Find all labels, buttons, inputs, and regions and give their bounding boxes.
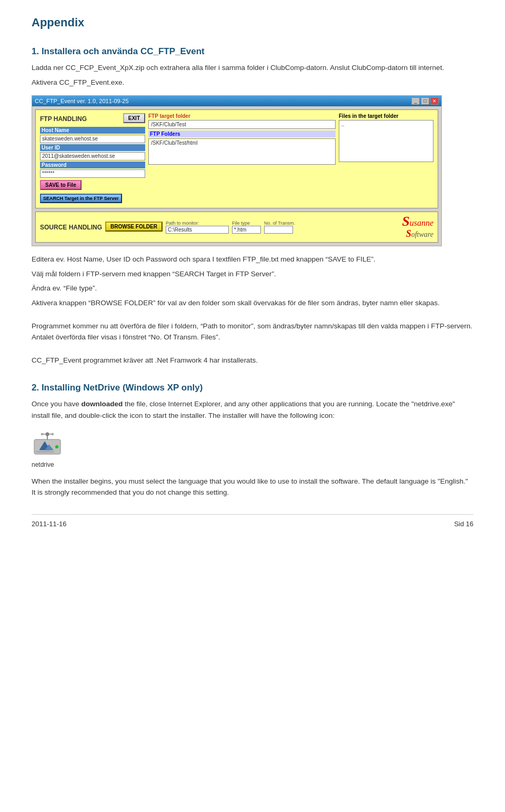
appendix-title: Appendix [32, 16, 473, 29]
susanne-logo: Susanne Software [402, 215, 433, 239]
netdrive-icon [32, 430, 63, 459]
susanne-s-letter: S [402, 214, 409, 229]
file-type-input[interactable]: *.htm [232, 226, 261, 234]
files-value: .. [339, 120, 433, 162]
svg-point-1 [55, 445, 58, 448]
password-label: Password [40, 162, 145, 168]
ftp-handling-section: FTP HANDLING EXIT Host Name skatesweden.… [35, 109, 438, 208]
close-button[interactable]: ✕ [430, 97, 439, 105]
file-type-label: File type [232, 220, 261, 226]
section2-para1: Once you have downloaded the file, close… [32, 398, 473, 421]
source-handling-label: SOURCE HANDLING [40, 224, 102, 231]
section1-para2: Aktivera CC_FTP_Event.exe. [32, 77, 473, 88]
cc-ftp-event-window: CC_FTP_Event ver. 1.0, 2011-09-25 _ □ ✕ … [32, 95, 442, 246]
save-to-file-button[interactable]: SAVE to File [40, 180, 82, 190]
target-folder-value: /SKF/Club/Test [148, 120, 336, 129]
svg-rect-4 [36, 451, 54, 453]
no-transm-group: No. of Transm. [264, 220, 295, 234]
window-titlebar: CC_FTP_Event ver. 1.0, 2011-09-25 _ □ ✕ [32, 96, 441, 106]
exit-button[interactable]: EXIT [123, 113, 145, 123]
svg-point-10 [52, 433, 54, 435]
doc-footer: 2011-11-16 Sid 16 [32, 514, 473, 528]
section1-para5: Ändra ev. “File type”. [32, 283, 473, 294]
section1-para8: CC_FTP_Event programmet kräver att .Net … [32, 355, 473, 366]
section1-para4: Välj mål foldern i FTP-servern med knapp… [32, 268, 473, 280]
window-controls: _ □ ✕ [411, 97, 439, 105]
host-name-label: Host Name [40, 127, 145, 134]
user-id-label: User ID [40, 144, 145, 151]
minimize-button[interactable]: _ [411, 97, 420, 105]
no-transm-input [264, 226, 293, 234]
path-input[interactable]: C:\Results [166, 226, 229, 234]
host-name-input[interactable]: skatesweden.wehost.se [40, 135, 145, 143]
password-input[interactable]: ****** [40, 169, 145, 178]
user-id-input[interactable]: 2011@skatesweden.wehost.se [40, 152, 145, 161]
footer-date: 2011-11-16 [32, 520, 67, 528]
netdrive-label: netdrive [32, 461, 473, 468]
window-body: FTP HANDLING EXIT Host Name skatesweden.… [32, 106, 441, 246]
path-monitor-group: Path to monitor: C:\Results [166, 220, 229, 234]
window-title: CC_FTP_Event ver. 1.0, 2011-09-25 [35, 98, 129, 104]
ftp-folder-value: /SKF/Club/Test/html [148, 138, 336, 165]
source-handling-section: SOURCE HANDLING BROWSE FOLDER Path to mo… [35, 212, 438, 243]
section2-heading: 2. Installing NetDrive (Windows XP only) [32, 383, 473, 393]
ftp-folders-label: FTP Folders [148, 131, 336, 137]
section2-para2: When the installer begins, you must sele… [32, 476, 473, 498]
section1-para1: Ladda ner CC_FCP_Event_XpX.zip och extra… [32, 62, 473, 74]
section1-heading: 1. Installera och använda CC_FTP_Event [32, 46, 473, 57]
section1-para7: Programmet kommer nu att överföra de fil… [32, 320, 473, 343]
section1-para6: Aktivera knappen “BROWSE FOLDER” för val… [32, 297, 473, 309]
ftp-mid-column: FTP target folder /SKF/Club/Test FTP Fol… [148, 113, 336, 166]
file-type-group: File type *.htm [232, 220, 261, 234]
path-label: Path to monitor: [166, 220, 229, 226]
ftp-left-column: FTP HANDLING EXIT Host Name skatesweden.… [40, 113, 145, 205]
browse-folder-button[interactable]: BROWSE FOLDER [105, 222, 163, 232]
ftp-right-column: Files in the target folder .. [339, 113, 433, 164]
files-label: Files in the target folder [339, 113, 433, 119]
footer-page: Sid 16 [454, 520, 473, 528]
ftp-top-row: FTP HANDLING EXIT Host Name skatesweden.… [40, 113, 433, 205]
maximize-button[interactable]: □ [421, 97, 429, 105]
susanne-text: usanne [410, 218, 433, 227]
search-ftp-button[interactable]: SEARCH Target in the FTP Server [40, 194, 122, 203]
ftp-handling-label: FTP HANDLING [40, 115, 87, 123]
section1-para3: Editera ev. Host Name, User ID och Passw… [32, 254, 473, 265]
target-folder-label: FTP target folder [148, 113, 336, 119]
no-transm-label: No. of Transm. [264, 220, 295, 226]
software-text: Software [402, 228, 433, 239]
svg-point-9 [41, 433, 43, 435]
